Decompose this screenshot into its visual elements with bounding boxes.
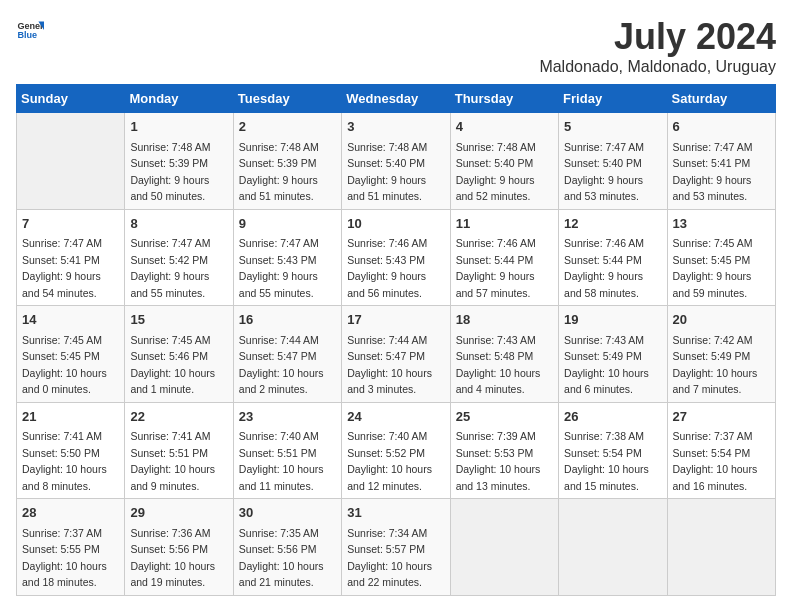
date-number: 5 xyxy=(564,117,661,137)
calendar-cell: 29Sunrise: 7:36 AMSunset: 5:56 PMDayligh… xyxy=(125,499,233,596)
date-number: 24 xyxy=(347,407,444,427)
header-day-saturday: Saturday xyxy=(667,85,775,113)
date-number: 18 xyxy=(456,310,553,330)
calendar-cell xyxy=(450,499,558,596)
calendar-cell: 18Sunrise: 7:43 AMSunset: 5:48 PMDayligh… xyxy=(450,306,558,403)
calendar-cell: 25Sunrise: 7:39 AMSunset: 5:53 PMDayligh… xyxy=(450,402,558,499)
week-row-5: 28Sunrise: 7:37 AMSunset: 5:55 PMDayligh… xyxy=(17,499,776,596)
logo-icon: General Blue xyxy=(16,16,44,44)
calendar-cell: 21Sunrise: 7:41 AMSunset: 5:50 PMDayligh… xyxy=(17,402,125,499)
cell-info: Sunrise: 7:42 AMSunset: 5:49 PMDaylight:… xyxy=(673,334,758,396)
date-number: 10 xyxy=(347,214,444,234)
cell-info: Sunrise: 7:48 AMSunset: 5:40 PMDaylight:… xyxy=(347,141,427,203)
calendar-cell: 15Sunrise: 7:45 AMSunset: 5:46 PMDayligh… xyxy=(125,306,233,403)
cell-info: Sunrise: 7:47 AMSunset: 5:43 PMDaylight:… xyxy=(239,237,319,299)
cell-info: Sunrise: 7:38 AMSunset: 5:54 PMDaylight:… xyxy=(564,430,649,492)
cell-info: Sunrise: 7:45 AMSunset: 5:45 PMDaylight:… xyxy=(22,334,107,396)
cell-info: Sunrise: 7:37 AMSunset: 5:55 PMDaylight:… xyxy=(22,527,107,589)
calendar-cell: 31Sunrise: 7:34 AMSunset: 5:57 PMDayligh… xyxy=(342,499,450,596)
date-number: 7 xyxy=(22,214,119,234)
header-day-sunday: Sunday xyxy=(17,85,125,113)
cell-info: Sunrise: 7:43 AMSunset: 5:49 PMDaylight:… xyxy=(564,334,649,396)
week-row-2: 7Sunrise: 7:47 AMSunset: 5:41 PMDaylight… xyxy=(17,209,776,306)
cell-info: Sunrise: 7:47 AMSunset: 5:41 PMDaylight:… xyxy=(673,141,753,203)
date-number: 8 xyxy=(130,214,227,234)
date-number: 25 xyxy=(456,407,553,427)
calendar-cell: 14Sunrise: 7:45 AMSunset: 5:45 PMDayligh… xyxy=(17,306,125,403)
calendar-cell: 13Sunrise: 7:45 AMSunset: 5:45 PMDayligh… xyxy=(667,209,775,306)
date-number: 1 xyxy=(130,117,227,137)
date-number: 31 xyxy=(347,503,444,523)
week-row-1: 1Sunrise: 7:48 AMSunset: 5:39 PMDaylight… xyxy=(17,113,776,210)
calendar-cell: 5Sunrise: 7:47 AMSunset: 5:40 PMDaylight… xyxy=(559,113,667,210)
calendar-cell: 8Sunrise: 7:47 AMSunset: 5:42 PMDaylight… xyxy=(125,209,233,306)
calendar-cell: 7Sunrise: 7:47 AMSunset: 5:41 PMDaylight… xyxy=(17,209,125,306)
header-day-monday: Monday xyxy=(125,85,233,113)
date-number: 30 xyxy=(239,503,336,523)
calendar-table: SundayMondayTuesdayWednesdayThursdayFrid… xyxy=(16,84,776,596)
main-title: July 2024 xyxy=(539,16,776,58)
cell-info: Sunrise: 7:46 AMSunset: 5:44 PMDaylight:… xyxy=(456,237,536,299)
cell-info: Sunrise: 7:48 AMSunset: 5:39 PMDaylight:… xyxy=(239,141,319,203)
calendar-cell: 30Sunrise: 7:35 AMSunset: 5:56 PMDayligh… xyxy=(233,499,341,596)
calendar-cell: 2Sunrise: 7:48 AMSunset: 5:39 PMDaylight… xyxy=(233,113,341,210)
cell-info: Sunrise: 7:48 AMSunset: 5:39 PMDaylight:… xyxy=(130,141,210,203)
date-number: 22 xyxy=(130,407,227,427)
date-number: 6 xyxy=(673,117,770,137)
date-number: 13 xyxy=(673,214,770,234)
date-number: 3 xyxy=(347,117,444,137)
header-row: SundayMondayTuesdayWednesdayThursdayFrid… xyxy=(17,85,776,113)
header-day-wednesday: Wednesday xyxy=(342,85,450,113)
date-number: 29 xyxy=(130,503,227,523)
calendar-cell: 16Sunrise: 7:44 AMSunset: 5:47 PMDayligh… xyxy=(233,306,341,403)
date-number: 28 xyxy=(22,503,119,523)
calendar-cell: 11Sunrise: 7:46 AMSunset: 5:44 PMDayligh… xyxy=(450,209,558,306)
date-number: 9 xyxy=(239,214,336,234)
calendar-cell: 1Sunrise: 7:48 AMSunset: 5:39 PMDaylight… xyxy=(125,113,233,210)
cell-info: Sunrise: 7:48 AMSunset: 5:40 PMDaylight:… xyxy=(456,141,536,203)
date-number: 27 xyxy=(673,407,770,427)
logo: General Blue xyxy=(16,16,44,44)
calendar-cell xyxy=(17,113,125,210)
header: General Blue July 2024 Maldonado, Maldon… xyxy=(16,16,776,76)
calendar-cell: 24Sunrise: 7:40 AMSunset: 5:52 PMDayligh… xyxy=(342,402,450,499)
title-area: July 2024 Maldonado, Maldonado, Uruguay xyxy=(539,16,776,76)
calendar-cell: 28Sunrise: 7:37 AMSunset: 5:55 PMDayligh… xyxy=(17,499,125,596)
week-row-4: 21Sunrise: 7:41 AMSunset: 5:50 PMDayligh… xyxy=(17,402,776,499)
date-number: 2 xyxy=(239,117,336,137)
date-number: 15 xyxy=(130,310,227,330)
subtitle: Maldonado, Maldonado, Uruguay xyxy=(539,58,776,76)
cell-info: Sunrise: 7:46 AMSunset: 5:43 PMDaylight:… xyxy=(347,237,427,299)
calendar-cell: 20Sunrise: 7:42 AMSunset: 5:49 PMDayligh… xyxy=(667,306,775,403)
date-number: 19 xyxy=(564,310,661,330)
calendar-cell: 19Sunrise: 7:43 AMSunset: 5:49 PMDayligh… xyxy=(559,306,667,403)
date-number: 4 xyxy=(456,117,553,137)
cell-info: Sunrise: 7:40 AMSunset: 5:52 PMDaylight:… xyxy=(347,430,432,492)
cell-info: Sunrise: 7:37 AMSunset: 5:54 PMDaylight:… xyxy=(673,430,758,492)
calendar-cell xyxy=(559,499,667,596)
cell-info: Sunrise: 7:41 AMSunset: 5:50 PMDaylight:… xyxy=(22,430,107,492)
cell-info: Sunrise: 7:36 AMSunset: 5:56 PMDaylight:… xyxy=(130,527,215,589)
cell-info: Sunrise: 7:45 AMSunset: 5:45 PMDaylight:… xyxy=(673,237,753,299)
cell-info: Sunrise: 7:47 AMSunset: 5:42 PMDaylight:… xyxy=(130,237,210,299)
calendar-cell: 23Sunrise: 7:40 AMSunset: 5:51 PMDayligh… xyxy=(233,402,341,499)
cell-info: Sunrise: 7:47 AMSunset: 5:40 PMDaylight:… xyxy=(564,141,644,203)
date-number: 23 xyxy=(239,407,336,427)
date-number: 16 xyxy=(239,310,336,330)
date-number: 26 xyxy=(564,407,661,427)
calendar-cell: 27Sunrise: 7:37 AMSunset: 5:54 PMDayligh… xyxy=(667,402,775,499)
cell-info: Sunrise: 7:39 AMSunset: 5:53 PMDaylight:… xyxy=(456,430,541,492)
calendar-cell: 9Sunrise: 7:47 AMSunset: 5:43 PMDaylight… xyxy=(233,209,341,306)
calendar-cell: 3Sunrise: 7:48 AMSunset: 5:40 PMDaylight… xyxy=(342,113,450,210)
svg-text:Blue: Blue xyxy=(17,30,37,40)
calendar-cell: 22Sunrise: 7:41 AMSunset: 5:51 PMDayligh… xyxy=(125,402,233,499)
cell-info: Sunrise: 7:34 AMSunset: 5:57 PMDaylight:… xyxy=(347,527,432,589)
date-number: 17 xyxy=(347,310,444,330)
calendar-cell: 6Sunrise: 7:47 AMSunset: 5:41 PMDaylight… xyxy=(667,113,775,210)
calendar-cell: 17Sunrise: 7:44 AMSunset: 5:47 PMDayligh… xyxy=(342,306,450,403)
week-row-3: 14Sunrise: 7:45 AMSunset: 5:45 PMDayligh… xyxy=(17,306,776,403)
cell-info: Sunrise: 7:44 AMSunset: 5:47 PMDaylight:… xyxy=(239,334,324,396)
date-number: 12 xyxy=(564,214,661,234)
calendar-cell: 10Sunrise: 7:46 AMSunset: 5:43 PMDayligh… xyxy=(342,209,450,306)
cell-info: Sunrise: 7:35 AMSunset: 5:56 PMDaylight:… xyxy=(239,527,324,589)
